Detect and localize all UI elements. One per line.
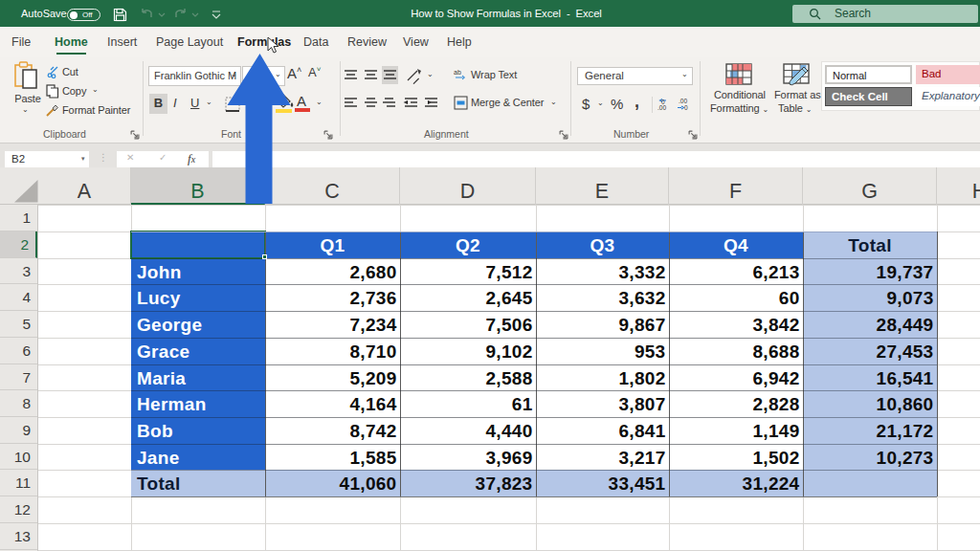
- svg-text:ab: ab: [454, 69, 461, 76]
- svg-text:.00: .00: [657, 104, 666, 111]
- svg-text:.00: .00: [679, 98, 687, 104]
- svg-text:0: 0: [684, 104, 688, 111]
